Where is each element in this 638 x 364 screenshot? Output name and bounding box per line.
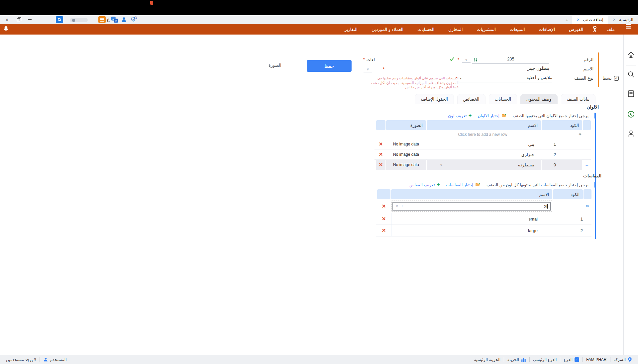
row-selector[interactable]: ✎ <box>584 199 591 213</box>
name-column-header: الاسم <box>427 120 541 130</box>
size-editing-row[interactable]: ✎ xl + ∨ ✕ <box>376 199 591 213</box>
users-status-text: لا يوجد مستخدمين <box>6 357 36 362</box>
taskbar-red-icon <box>150 1 153 5</box>
row-selector[interactable] <box>583 149 591 159</box>
tab-item-data[interactable]: بيانات الصنف <box>561 94 595 104</box>
menu-purchases[interactable]: المشتريات <box>470 24 503 35</box>
add-new-row[interactable]: Click here to add a new row ✳ <box>374 130 591 139</box>
whatsapp-icon[interactable] <box>627 110 635 118</box>
translate-icon[interactable]: تA <box>111 16 118 23</box>
document-tabs: الرئيسية ✕ إضافة صنف ✕ + <box>562 15 638 24</box>
tab-content-description[interactable]: وصف المحتوى <box>520 94 558 104</box>
tab-home[interactable]: الرئيسية ✕ <box>608 15 638 24</box>
number-dropdown[interactable]: ∨ <box>462 56 471 63</box>
row-selector[interactable] <box>584 225 591 236</box>
branch-indicator[interactable]: ✓ الفرع <box>560 357 583 362</box>
chevron-down-icon[interactable]: ∨ <box>440 163 442 167</box>
delete-row-icon[interactable]: ✕ <box>376 141 385 147</box>
row-selector[interactable] <box>583 139 591 149</box>
menu-sales[interactable]: المبيعات <box>503 24 532 35</box>
menu-accounts[interactable]: الحسابات <box>410 24 441 35</box>
type-select[interactable]: ملابس و أحذية ▾ <box>459 75 552 82</box>
delete-row-icon[interactable]: ✕ <box>377 228 390 233</box>
company-indicator[interactable]: الشركة <box>610 357 635 362</box>
detail-tabs: بيانات الصنف وصف المحتوى الحسابات الخصائ… <box>415 94 595 104</box>
restore-window-icon[interactable] <box>13 15 23 24</box>
table-row[interactable]: 2 large ✕ <box>376 225 591 236</box>
menu-file[interactable]: ملف <box>599 24 622 35</box>
branch-value: الفرع الرئيسى <box>530 357 560 362</box>
hamburger-menu-icon[interactable] <box>622 24 635 35</box>
menu-addons[interactable]: الإضافات <box>532 24 562 35</box>
home-icon[interactable] <box>627 51 635 59</box>
colors-section-title: الالوان <box>587 104 599 110</box>
languages-control[interactable]: لغات * <box>363 57 375 62</box>
menu-warehouses[interactable]: المخازن <box>441 24 470 35</box>
add-option-icon[interactable]: + <box>401 204 403 209</box>
user-icon[interactable] <box>120 16 128 23</box>
delete-cell[interactable]: ✕ <box>377 225 390 236</box>
delete-row-icon[interactable]: ✕ <box>376 162 385 168</box>
delete-row-icon[interactable]: ✕ <box>376 151 385 157</box>
delete-cell[interactable]: ✕ <box>377 199 390 213</box>
delete-row-icon[interactable]: ✕ <box>377 203 390 209</box>
edit-pencil-icon: ✎ <box>585 203 590 209</box>
tab-add-item[interactable]: إضافة صنف ✕ <box>572 15 608 24</box>
delete-cell[interactable]: ✕ <box>376 160 385 170</box>
search-side-icon[interactable] <box>627 70 635 78</box>
sizes-section-title: المقاسات <box>583 173 601 178</box>
active-checkbox[interactable]: ✓ <box>614 76 619 81</box>
close-tab-icon[interactable]: ✕ <box>577 18 580 22</box>
close-window-icon[interactable]: ✕ <box>2 15 12 24</box>
languages-dropdown[interactable]: ∨ <box>364 66 372 72</box>
treasury-indicator[interactable]: الخزينه <box>504 357 529 362</box>
close-tab-icon[interactable]: ✕ <box>613 18 616 22</box>
delete-cell[interactable]: ✕ <box>376 139 385 149</box>
name-field[interactable]: بنطلون جينز <box>389 66 549 73</box>
size-name-edit-cell[interactable]: xl + ∨ <box>391 199 552 213</box>
delete-cell[interactable]: ✕ <box>376 149 385 159</box>
toolbar-toggle[interactable] <box>70 18 88 22</box>
size-name: large <box>391 225 552 236</box>
table-row[interactable]: 1 بنى No image data ✕ <box>374 139 591 149</box>
contact-person-icon[interactable] <box>627 130 635 137</box>
menu-reports[interactable]: التقارير <box>338 24 365 35</box>
notifications-bell-icon[interactable] <box>3 25 9 33</box>
define-size-button[interactable]: + تعريف المقاس <box>409 182 440 188</box>
table-row[interactable]: 1 smal ✕ <box>376 213 591 225</box>
search-icon[interactable] <box>56 16 63 23</box>
row-selector[interactable]: ← <box>583 160 591 170</box>
pick-colors-button[interactable]: إختيار الالوان <box>478 113 507 118</box>
document-icon[interactable] <box>627 90 635 98</box>
type-label: نوع الصنف <box>574 76 593 81</box>
tab-accounts[interactable]: الحسابات <box>489 94 517 104</box>
minimize-window-icon[interactable] <box>25 15 35 24</box>
menu-customers-suppliers[interactable]: العملاء و الموردين <box>365 24 410 35</box>
tab-properties[interactable]: الخصائص <box>457 94 485 104</box>
language-letter[interactable]: ع <box>107 17 110 22</box>
delete-row-icon[interactable]: ✕ <box>377 216 390 222</box>
row-selector[interactable] <box>584 213 591 225</box>
color-code: 1 <box>542 139 582 149</box>
define-color-button[interactable]: + تعريف لون <box>448 113 472 119</box>
type-value: ملابس و أحذية <box>527 75 552 80</box>
save-button[interactable]: حفظ <box>307 60 352 72</box>
size-name-input[interactable]: xl + ∨ <box>392 202 551 211</box>
color-name-cell[interactable]: مسطرده ∨ <box>427 160 541 170</box>
menu-index[interactable]: الفهرس <box>562 24 590 35</box>
delete-cell[interactable]: ✕ <box>377 213 390 225</box>
list-icon[interactable] <box>98 16 106 23</box>
valid-check-icon <box>449 56 455 62</box>
settings-gear-icon[interactable]: ⚙⚙ <box>130 16 140 23</box>
table-row-selected[interactable]: ← 9 مسطرده ∨ No image data ✕ <box>374 160 591 170</box>
active-checkbox-row[interactable]: ✓ نشط <box>602 76 619 81</box>
pick-sizes-button[interactable]: إختيار المقاسات <box>446 182 481 187</box>
new-tab-button[interactable]: + <box>562 15 572 24</box>
user-indicator[interactable]: المستخدم <box>40 357 70 362</box>
number-settings-icon[interactable] <box>473 57 478 62</box>
chevron-down-icon[interactable]: ∨ <box>396 204 398 208</box>
number-field[interactable]: 235 <box>472 56 549 64</box>
tab-extra-fields[interactable]: الحقول الإضافية <box>415 94 454 104</box>
table-row[interactable]: 2 جنزارى No image data ✕ <box>374 149 591 160</box>
treasury-label: الخزينه <box>507 357 519 362</box>
